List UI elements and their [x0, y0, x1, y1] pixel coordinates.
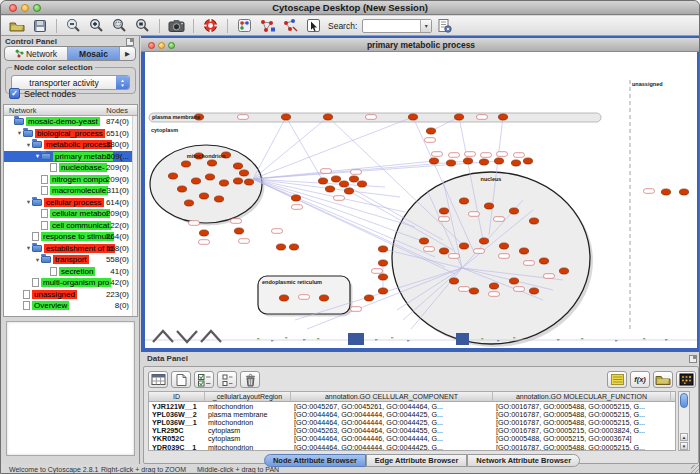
- select-attributes-button[interactable]: [194, 371, 214, 388]
- network-zoom-icon[interactable]: [168, 42, 175, 49]
- network-node[interactable]: [349, 176, 358, 182]
- network-node[interactable]: [191, 178, 200, 184]
- table-column-header[interactable]: _cellularLayoutRegion: [205, 392, 291, 401]
- network-node[interactable]: [323, 114, 332, 120]
- network-node[interactable]: [357, 181, 366, 187]
- network-node[interactable]: [559, 268, 568, 274]
- vizmapper-button[interactable]: [234, 17, 255, 35]
- zoom-out-button[interactable]: [63, 17, 84, 35]
- zoom-selected-button[interactable]: [109, 17, 130, 35]
- network-node[interactable]: [494, 158, 503, 164]
- modify-network-button[interactable]: [257, 17, 278, 35]
- tree-expand-icon[interactable]: ▼: [25, 245, 32, 251]
- close-window-icon[interactable]: [9, 4, 17, 12]
- network-node[interactable]: [289, 244, 298, 250]
- search-dropdown-arrow-icon[interactable]: ▾: [420, 20, 431, 32]
- network-node[interactable]: [498, 114, 507, 120]
- tree-row[interactable]: ▼metabolic process280(0): [4, 139, 137, 151]
- help-button[interactable]: [200, 17, 221, 35]
- network-node[interactable]: [539, 258, 548, 264]
- network-node[interactable]: [459, 198, 468, 204]
- save-session-button[interactable]: [29, 17, 50, 35]
- network-node[interactable]: [199, 193, 208, 199]
- tree-col-nodes[interactable]: Nodes: [106, 106, 128, 115]
- network-node[interactable]: [519, 248, 528, 254]
- tree-row[interactable]: cell communicat22(0): [4, 220, 137, 232]
- network-window-titlebar[interactable]: primary metabolic process: [141, 38, 700, 52]
- table-row[interactable]: YDR039C__1mitochondrion[GO:0044464, GO:0…: [149, 443, 675, 451]
- network-node[interactable]: [364, 295, 373, 301]
- birds-eye-view-panel[interactable]: [6, 321, 135, 456]
- network-node[interactable]: [281, 114, 290, 120]
- window-titlebar[interactable]: Cytoscape Desktop (New Session): [1, 1, 699, 15]
- search-settings-button[interactable]: [434, 17, 455, 35]
- tree-expand-icon[interactable]: ▼: [16, 130, 23, 136]
- network-node[interactable]: [214, 196, 223, 202]
- network-node[interactable]: [446, 160, 455, 166]
- network-node[interactable]: [219, 180, 228, 186]
- zoom-in-button[interactable]: [86, 17, 107, 35]
- network-node[interactable]: [429, 158, 438, 164]
- tab-mosaic[interactable]: Mosaic: [68, 47, 120, 60]
- network-node[interactable]: [184, 200, 193, 206]
- network-node[interactable]: [499, 243, 508, 249]
- zoom-fit-button[interactable]: [132, 17, 153, 35]
- network-node[interactable]: [439, 208, 448, 214]
- network-node[interactable]: [454, 114, 463, 120]
- network-node[interactable]: [439, 248, 448, 254]
- modify-network-2-button[interactable]: [280, 17, 301, 35]
- network-node[interactable]: [509, 208, 518, 214]
- new-attribute-button[interactable]: [171, 371, 191, 388]
- network-node[interactable]: [234, 228, 243, 234]
- network-node[interactable]: [244, 179, 253, 185]
- network-node[interactable]: [449, 278, 458, 284]
- network-node[interactable]: [339, 181, 348, 187]
- network-node[interactable]: [199, 230, 208, 236]
- network-node[interactable]: [378, 260, 387, 266]
- search-box[interactable]: ▾: [362, 19, 432, 33]
- network-node[interactable]: [529, 218, 538, 224]
- network-node[interactable]: [207, 160, 216, 166]
- tree-expand-icon[interactable]: ▼: [25, 142, 32, 148]
- network-node[interactable]: [408, 114, 417, 120]
- network-node[interactable]: [233, 163, 242, 169]
- annotation-button[interactable]: [303, 17, 324, 35]
- network-node[interactable]: [168, 173, 177, 179]
- network-node[interactable]: [318, 178, 327, 184]
- network-node[interactable]: [511, 160, 520, 166]
- resize-grip[interactable]: [691, 465, 700, 474]
- network-node[interactable]: [233, 178, 242, 184]
- network-minimize-icon[interactable]: [158, 42, 165, 49]
- delete-attribute-button[interactable]: [240, 371, 260, 388]
- tree-row[interactable]: macromolecule311(0): [4, 185, 137, 197]
- network-node[interactable]: [459, 243, 468, 249]
- combo-stepper-icon[interactable]: ▲▼: [116, 76, 129, 89]
- network-node[interactable]: [319, 295, 328, 301]
- network-node[interactable]: [325, 186, 334, 192]
- tree-row[interactable]: cellular metabol209(0): [4, 208, 137, 220]
- attribute-notes-button[interactable]: [607, 371, 627, 388]
- tree-row[interactable]: nitrogen compo209(0): [4, 174, 137, 186]
- network-node[interactable]: [469, 288, 478, 294]
- tree-row[interactable]: ▼transport558(0): [4, 254, 137, 266]
- network-node[interactable]: [331, 176, 340, 182]
- tab-overflow-arrow[interactable]: ▶: [120, 47, 135, 60]
- network-node[interactable]: [479, 159, 488, 165]
- tree-row[interactable]: Overview8(0): [4, 300, 137, 312]
- tree-scrollbar[interactable]: [132, 116, 137, 316]
- network-close-icon[interactable]: [148, 42, 155, 49]
- network-node[interactable]: [181, 161, 190, 167]
- tree-expand-icon[interactable]: ▼: [34, 153, 41, 159]
- table-column-header[interactable]: ID: [149, 392, 205, 401]
- attribute-table-header[interactable]: ID_cellularLayoutRegionannotation.GO CEL…: [149, 392, 675, 402]
- table-column-header[interactable]: annotation.GO MOLECULAR_FUNCTION: [493, 392, 671, 401]
- network-node[interactable]: [679, 189, 688, 195]
- tree-row[interactable]: secretion41(0): [4, 266, 137, 278]
- float-panel-icon[interactable]: [689, 355, 697, 363]
- network-node[interactable]: [479, 238, 488, 244]
- network-node[interactable]: [205, 174, 214, 180]
- network-node[interactable]: [344, 188, 353, 194]
- tree-row[interactable]: unassigned223(0): [4, 289, 137, 301]
- network-node[interactable]: [509, 278, 518, 284]
- tree-row[interactable]: ▼cellular process614(0): [4, 197, 137, 209]
